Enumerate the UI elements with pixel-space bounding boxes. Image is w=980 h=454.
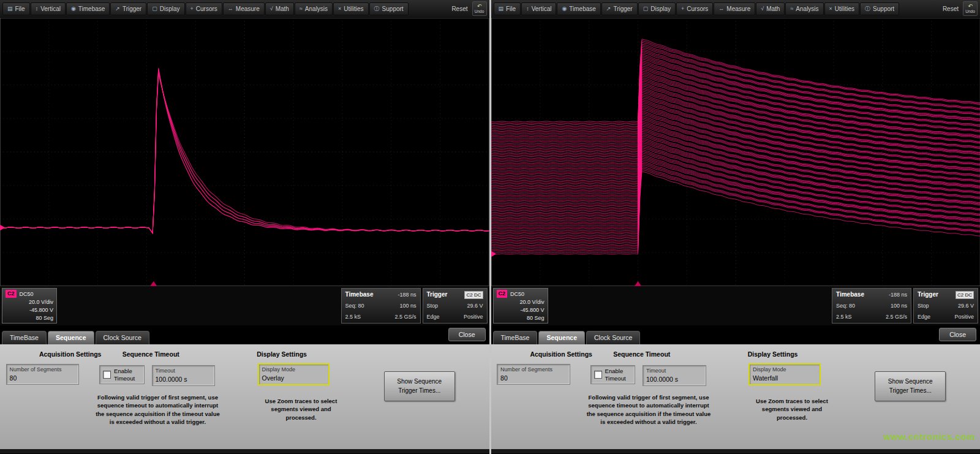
undo-button[interactable]: ↶ Undo bbox=[472, 1, 487, 16]
bottom-strip bbox=[491, 449, 980, 453]
menu-item-analysis[interactable]: ≈Analysis bbox=[785, 2, 823, 15]
menu-item-timebase[interactable]: ◉Timebase bbox=[66, 2, 110, 15]
sequence-timeout-title: Sequence Timeout bbox=[613, 350, 670, 358]
enable-timeout-checkbox[interactable] bbox=[594, 371, 602, 379]
menu-item-cursors[interactable]: +Cursors bbox=[186, 2, 222, 15]
enable-timeout-field[interactable]: Enable Timeout bbox=[590, 365, 635, 384]
menu-item-display[interactable]: ▢Display bbox=[147, 2, 184, 15]
undo-button[interactable]: ↶ Undo bbox=[963, 1, 978, 16]
menu-item-math[interactable]: √Math bbox=[265, 2, 294, 15]
menu-label: Trigger bbox=[613, 6, 632, 12]
display-icon: ▢ bbox=[643, 6, 649, 12]
menu-label: Vertical bbox=[532, 6, 552, 12]
close-button[interactable]: Close bbox=[939, 328, 976, 341]
display-note: Use Zoom traces to select segments viewe… bbox=[258, 397, 344, 422]
channel-segments: 80 Seg bbox=[497, 315, 545, 322]
tab-sequence[interactable]: Sequence bbox=[538, 331, 585, 344]
show-sequence-trigger-times-button[interactable]: Show Sequence Trigger Times... bbox=[875, 371, 946, 401]
menu-item-file[interactable]: ▤File bbox=[494, 2, 521, 15]
number-of-segments-field[interactable]: Number of Segments 80 bbox=[6, 364, 80, 385]
tab-sequence[interactable]: Sequence bbox=[48, 331, 94, 344]
enable-timeout-checkbox[interactable] bbox=[103, 371, 111, 379]
measure-icon: ↔ bbox=[228, 6, 233, 12]
trigger-descriptor[interactable]: TriggerC2 DC Stop29.6 V EdgePositive bbox=[913, 288, 978, 323]
tab-timebase[interactable]: TimeBase bbox=[2, 331, 47, 344]
timebase-descriptor[interactable]: Timebase-188 ns Seq: 80100 ns 2.5 kS2.5 … bbox=[341, 288, 421, 323]
menu-item-cursors[interactable]: +Cursors bbox=[676, 2, 713, 15]
timebase-descriptor[interactable]: Timebase-188 ns Seq: 80100 ns 2.5 kS2.5 … bbox=[832, 288, 911, 323]
undo-icon: ↶ bbox=[968, 4, 973, 9]
timebase-rate: 2.5 GS/s bbox=[886, 313, 907, 321]
tab-clock-source[interactable]: Clock Source bbox=[586, 331, 640, 344]
trigger-title: Trigger bbox=[427, 290, 448, 299]
tab-bar: TimeBase Sequence Clock Source Close bbox=[491, 325, 980, 344]
analysis-icon: ≈ bbox=[300, 6, 303, 12]
channel-chip: C2 bbox=[6, 290, 17, 298]
timeout-note: Following valid trigger of first segment… bbox=[96, 393, 221, 426]
trigger-source-badge: C2 DC bbox=[464, 291, 483, 299]
menu-label: Cursors bbox=[687, 6, 708, 12]
reset-button[interactable]: Reset bbox=[451, 6, 467, 12]
menu-label: Math bbox=[766, 6, 780, 12]
menu-label: Display bbox=[160, 6, 180, 12]
waveform-display[interactable] bbox=[491, 18, 980, 286]
segments-label: Number of Segments bbox=[500, 366, 567, 373]
trigger-icon: ↗ bbox=[115, 6, 120, 12]
menu-label: Analysis bbox=[796, 6, 818, 12]
number-of-segments-field[interactable]: Number of Segments 80 bbox=[497, 364, 570, 385]
menu-label: Support bbox=[873, 6, 894, 12]
display-mode-field[interactable]: Display Mode Overlay bbox=[258, 364, 330, 385]
menu-item-measure[interactable]: ↔Measure bbox=[223, 2, 265, 15]
menu-item-vertical[interactable]: ↕Vertical bbox=[31, 2, 66, 15]
support-icon: ⓘ bbox=[865, 6, 870, 12]
math-icon: √ bbox=[761, 6, 764, 12]
menu-item-measure[interactable]: ↔Measure bbox=[714, 2, 755, 15]
menu-item-file[interactable]: ▤File bbox=[2, 2, 30, 15]
timeout-field[interactable]: Timeout 100.0000 s bbox=[643, 365, 706, 386]
menu-label: File bbox=[15, 6, 25, 12]
acquisition-settings-title: Acquisition Settings bbox=[39, 350, 102, 358]
menu-item-vertical[interactable]: ↕Vertical bbox=[521, 2, 556, 15]
channel-header: C2 DC50 bbox=[497, 290, 545, 298]
trigger-descriptor[interactable]: TriggerC2 DC Stop29.6 V EdgePositive bbox=[423, 288, 488, 323]
tab-clock-source[interactable]: Clock Source bbox=[96, 331, 149, 344]
support-icon: ⓘ bbox=[374, 6, 380, 12]
menu-item-math[interactable]: √Math bbox=[756, 2, 785, 15]
timeout-field[interactable]: Timeout 100.0000 s bbox=[152, 365, 216, 386]
menu-item-utilities[interactable]: ×Utilities bbox=[333, 2, 369, 15]
timebase-samples: 2.5 kS bbox=[345, 313, 361, 321]
menu-item-support[interactable]: ⓘSupport bbox=[860, 2, 899, 15]
trigger-level: 29.6 V bbox=[467, 302, 483, 310]
tab-timebase[interactable]: TimeBase bbox=[493, 331, 538, 344]
channel-descriptor[interactable]: C2 DC50 20.0 V/div -45.800 V 80 Seg bbox=[2, 288, 57, 323]
display-mode-field[interactable]: Display Mode Waterfall bbox=[749, 364, 820, 385]
menu-item-trigger[interactable]: ↗Trigger bbox=[110, 2, 146, 15]
show-sequence-trigger-times-button[interactable]: Show Sequence Trigger Times... bbox=[384, 371, 455, 401]
sequence-timeout-title: Sequence Timeout bbox=[123, 350, 179, 358]
segments-label: Number of Segments bbox=[10, 366, 76, 373]
menu-label: Timebase bbox=[569, 6, 596, 12]
scope-panel-overlay: ▤File ↕Vertical ◉Timebase ↗Trigger ▢Disp… bbox=[0, 0, 489, 454]
undo-label: Undo bbox=[475, 9, 484, 13]
menu-item-support[interactable]: ⓘSupport bbox=[369, 2, 409, 15]
channel-offset: -45.800 V bbox=[6, 307, 53, 314]
menu-right-group: Reset ↶ Undo bbox=[451, 1, 486, 16]
vertical-icon: ↕ bbox=[526, 6, 529, 12]
menu-label: Math bbox=[276, 6, 289, 12]
timebase-seq: Seq: 80 bbox=[345, 302, 364, 310]
menu-item-utilities[interactable]: ×Utilities bbox=[824, 2, 860, 15]
close-button[interactable]: Close bbox=[448, 328, 486, 341]
enable-timeout-field[interactable]: Enable Timeout bbox=[99, 365, 144, 384]
trigger-icon: ↗ bbox=[606, 6, 611, 12]
menu-label: Display bbox=[650, 6, 671, 12]
channel-descriptor[interactable]: C2 DC50 20.0 V/div -45.800 V 80 Seg bbox=[493, 288, 548, 323]
menu-label: Timebase bbox=[78, 6, 105, 12]
timebase-rate: 2.5 GS/s bbox=[394, 313, 416, 321]
menu-item-timebase[interactable]: ◉Timebase bbox=[557, 2, 600, 15]
menu-item-display[interactable]: ▢Display bbox=[638, 2, 676, 15]
menu-item-analysis[interactable]: ≈Analysis bbox=[295, 2, 333, 15]
reset-button[interactable]: Reset bbox=[943, 6, 959, 12]
menu-item-trigger[interactable]: ↗Trigger bbox=[601, 2, 638, 15]
menu-label: Cursors bbox=[196, 6, 217, 12]
waveform-display[interactable] bbox=[0, 18, 489, 286]
